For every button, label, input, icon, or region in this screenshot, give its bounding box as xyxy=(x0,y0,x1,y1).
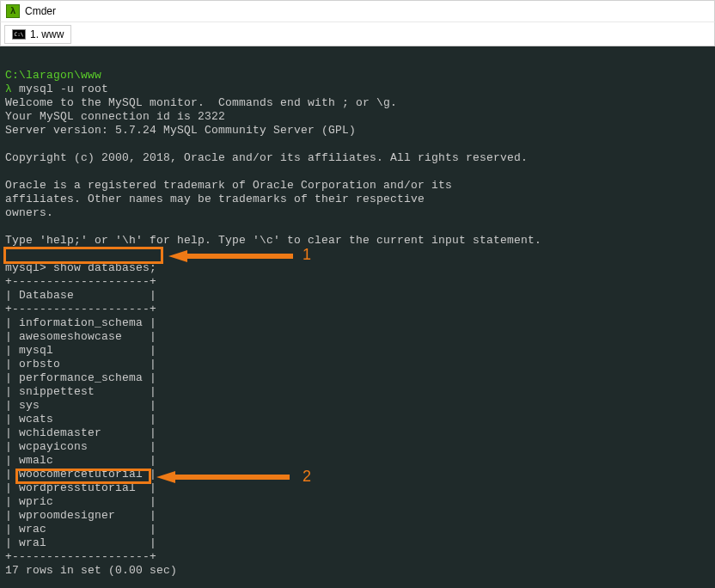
lambda-icon: λ xyxy=(6,4,20,18)
prompt-symbol: λ xyxy=(5,83,12,95)
svg-marker-0 xyxy=(168,250,293,262)
table-sep-top: +--------------------+ xyxy=(5,275,156,288)
tab-bar: 1. www xyxy=(0,22,715,46)
table-header: | Database | xyxy=(5,289,156,302)
tab-label: 1. www xyxy=(30,28,64,40)
command-show-db: show databases; xyxy=(53,261,156,274)
db-row: | wmalc | xyxy=(5,454,156,467)
arrow-1-icon xyxy=(168,250,297,262)
trademark-2: affiliates. Other names may be trademark… xyxy=(5,193,425,205)
mysql-prompt: mysql> xyxy=(5,261,46,274)
welcome-2: Your MySQL connection id is 2322 xyxy=(5,110,225,123)
db-row: | wcpayicons | xyxy=(5,440,156,453)
tab-www[interactable]: 1. www xyxy=(4,25,71,44)
db-row: | wordpresstutorial | xyxy=(5,481,156,494)
db-row: | sys | xyxy=(5,399,156,412)
db-row: | information_schema | xyxy=(5,316,156,329)
db-row: | wral | xyxy=(5,536,156,549)
db-row: | mysql | xyxy=(5,344,156,357)
db-row: | snippettest | xyxy=(5,385,156,398)
command-mysql: mysql -u root xyxy=(19,83,108,95)
annotation-1: 1 xyxy=(302,248,311,261)
db-row: | performance_schema | xyxy=(5,371,156,384)
db-row: | wrac | xyxy=(5,523,156,536)
arrow-2-icon xyxy=(156,471,294,483)
db-row: | wpric | xyxy=(5,495,156,508)
db-row: | wproomdesigner | xyxy=(5,509,156,522)
window-titlebar[interactable]: λ Cmder xyxy=(0,0,715,22)
db-row: | awesomeshowcase | xyxy=(5,330,156,343)
console-icon xyxy=(12,29,26,40)
prompt-path: C:\laragon\www xyxy=(5,69,101,82)
trademark-3: owners. xyxy=(5,206,53,219)
trademark-1: Oracle is a registered trademark of Orac… xyxy=(5,179,452,192)
help-line: Type 'help;' or '\h' for help. Type '\c'… xyxy=(5,234,541,247)
svg-marker-1 xyxy=(156,471,290,483)
table-sep-mid: +--------------------+ xyxy=(5,303,156,315)
terminal-output[interactable]: C:\laragon\www λ mysql -u root Welcome t… xyxy=(0,46,715,588)
db-row: | woocomercetutorial | xyxy=(5,468,156,481)
db-row: | wchidemaster | xyxy=(5,426,156,439)
copyright: Copyright (c) 2000, 2018, Oracle and/or … xyxy=(5,151,528,164)
window-title: Cmder xyxy=(25,5,56,17)
db-row: | orbsto | xyxy=(5,358,156,371)
annotation-2: 2 xyxy=(302,469,311,483)
welcome-1: Welcome to the MySQL monitor. Commands e… xyxy=(5,96,397,109)
welcome-3: Server version: 5.7.24 MySQL Community S… xyxy=(5,124,356,137)
db-row: | wcats | xyxy=(5,413,156,426)
result-rows: 17 rows in set (0.00 sec) xyxy=(5,564,177,577)
table-sep-bot: +--------------------+ xyxy=(5,550,156,563)
